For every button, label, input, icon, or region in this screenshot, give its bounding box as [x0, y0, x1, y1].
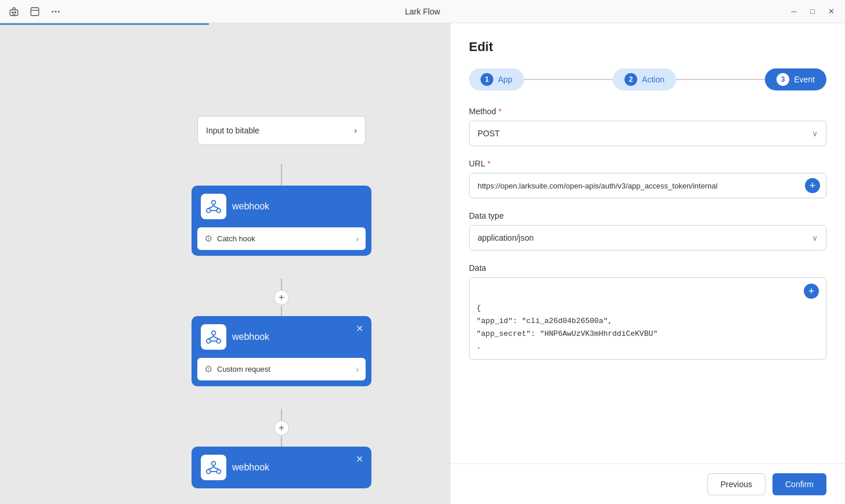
webhook-node-3: ✕ webhook	[192, 447, 371, 488]
minimize-button[interactable]: ─	[787, 5, 801, 19]
webhook-icon-box-2	[201, 324, 226, 350]
svg-point-7	[212, 201, 216, 205]
connector-line-2	[281, 278, 282, 291]
edit-panel-inner: Edit 1 App 2 Action 3 Event Method *	[450, 23, 845, 463]
url-field-group: URL * https://open.larksuite.com/open-ap…	[469, 159, 826, 198]
window-icon[interactable]	[28, 5, 42, 19]
add-node-button-1[interactable]: +	[274, 290, 289, 305]
webhook-title-3: webhook	[232, 462, 269, 473]
svg-point-11	[207, 339, 211, 343]
data-content: { "app_id": "cli_a26d04b26500a", "app_se…	[476, 302, 819, 353]
webhook-node-2: ✕ webhook ⚙ Custom request ›	[192, 316, 371, 386]
method-field-group: Method * POST ∨	[469, 107, 826, 146]
input-bitable-node[interactable]: Input to bitable ›	[197, 116, 366, 145]
chevron-down-icon-method: ∨	[812, 129, 818, 138]
svg-point-10	[212, 331, 216, 335]
window-controls: ─ □ ✕	[787, 5, 838, 19]
connector-line-5	[281, 436, 282, 448]
svg-point-4	[52, 10, 53, 12]
chevron-right-icon: ›	[354, 126, 357, 135]
method-label: Method *	[469, 107, 826, 116]
webhook-title-2: webhook	[232, 332, 269, 342]
more-icon[interactable]	[49, 5, 63, 19]
svg-point-8	[207, 209, 211, 213]
edit-panel-footer: Previous Confirm	[450, 463, 845, 504]
webhook-icon-box-1	[201, 194, 226, 219]
svg-point-9	[216, 209, 221, 213]
data-line-2: "app_id": "cli_a26d04b26500a",	[476, 315, 819, 328]
connector-line-3	[281, 306, 282, 317]
titlebar-left-icons	[7, 5, 63, 19]
method-select[interactable]: POST ∨	[469, 121, 826, 146]
edit-panel: Edit 1 App 2 Action 3 Event Method *	[450, 23, 845, 504]
step-connector-2	[676, 79, 765, 80]
svg-point-13	[212, 462, 216, 466]
data-line-1: {	[476, 302, 819, 315]
flow-canvas: Input to bitable › webhook ⚙ Catch ho	[0, 23, 450, 504]
data-line-3: "app_secret": "HNP6AwUzVK3mHhrddiCeKVBU"	[476, 328, 819, 340]
add-node-button-2[interactable]: +	[274, 420, 289, 436]
svg-point-6	[58, 10, 60, 12]
step-number-2: 2	[624, 73, 637, 86]
step-number-1: 1	[481, 73, 493, 86]
robot-icon[interactable]	[7, 5, 21, 19]
chevron-right-action-2: ›	[356, 365, 359, 374]
data-type-select[interactable]: application/json ∨	[469, 225, 826, 251]
confirm-button[interactable]: Confirm	[772, 473, 826, 495]
previous-button[interactable]: Previous	[707, 473, 765, 495]
step-label-3: Event	[794, 75, 815, 84]
webhook-action-1[interactable]: ⚙ Catch hook ›	[197, 227, 366, 250]
webhook-node-1: webhook ⚙ Catch hook ›	[192, 186, 371, 256]
step-number-3: 3	[777, 73, 789, 86]
data-header: +	[476, 284, 819, 299]
close-button[interactable]: ✕	[824, 5, 838, 19]
chevron-right-action-1: ›	[356, 234, 359, 244]
url-value: https://open.larksuite.com/open-apis/aut…	[478, 182, 805, 190]
method-value: POST	[478, 129, 500, 138]
webhook-header-1: webhook	[192, 186, 371, 227]
data-type-value: application/json	[478, 233, 534, 242]
webhook-title-1: webhook	[232, 201, 269, 212]
connector-line-4	[281, 409, 282, 421]
titlebar: Lark Flow ─ □ ✕	[0, 0, 845, 23]
svg-point-2	[15, 12, 16, 13]
svg-rect-3	[31, 8, 39, 16]
node-close-3[interactable]: ✕	[353, 452, 366, 465]
data-label: Data	[469, 263, 826, 273]
steps-bar: 1 App 2 Action 3 Event	[469, 68, 826, 90]
data-line-4: .	[476, 340, 819, 353]
step-label-2: Action	[642, 75, 665, 84]
data-type-label: Data type	[469, 211, 826, 220]
data-add-button[interactable]: +	[804, 284, 819, 299]
webhook-header-3: webhook	[192, 447, 371, 488]
data-type-field-group: Data type application/json ∨	[469, 211, 826, 251]
loading-bar	[0, 23, 209, 25]
required-star-url: *	[488, 159, 490, 168]
node-close-2[interactable]: ✕	[353, 322, 366, 335]
maximize-button[interactable]: □	[806, 5, 819, 19]
required-star-method: *	[499, 107, 501, 116]
step-app[interactable]: 1 App	[469, 68, 524, 90]
data-field-group: Data + { "app_id": "cli_a26d04b26500a", …	[469, 263, 826, 360]
url-label: URL *	[469, 159, 826, 168]
svg-point-5	[55, 10, 57, 12]
connector-line	[281, 164, 282, 186]
app-title: Lark Flow	[405, 7, 440, 16]
step-action[interactable]: 2 Action	[613, 68, 676, 90]
data-content-box[interactable]: + { "app_id": "cli_a26d04b26500a", "app_…	[469, 277, 826, 360]
svg-point-15	[216, 470, 221, 474]
node-label: Input to bitable	[206, 126, 259, 135]
url-add-button[interactable]: +	[805, 178, 820, 193]
webhook-action-2[interactable]: ⚙ Custom request ›	[197, 358, 366, 380]
svg-point-12	[216, 339, 221, 343]
step-connector-1	[524, 79, 613, 80]
custom-request-label: Custom request	[217, 365, 270, 374]
svg-point-14	[207, 470, 211, 474]
webhook-icon-box-3	[201, 455, 226, 480]
catch-hook-label: Catch hook	[217, 234, 255, 243]
url-input-wrap[interactable]: https://open.larksuite.com/open-apis/aut…	[469, 173, 826, 198]
gear-icon-2: ⚙	[204, 364, 212, 375]
step-event[interactable]: 3 Event	[765, 68, 826, 90]
chevron-down-icon-datatype: ∨	[812, 233, 818, 242]
webhook-header-2: webhook	[192, 316, 371, 358]
